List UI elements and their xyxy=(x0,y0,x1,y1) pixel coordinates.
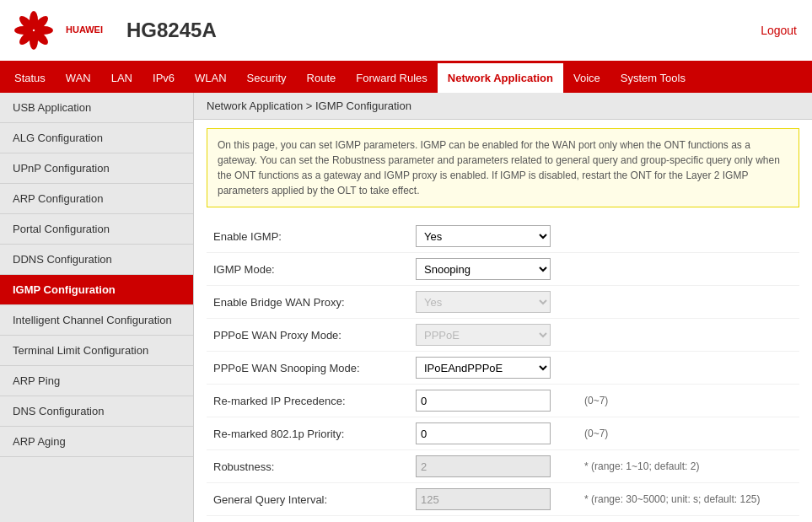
device-title: HG8245A xyxy=(126,19,754,42)
form-hint-5: (0~7) xyxy=(578,385,799,417)
form-label-5: Re-marked IP Precedence: xyxy=(207,385,409,417)
form-row-8: General Query Interval:* (range: 30~5000… xyxy=(207,483,799,516)
form-hint-2 xyxy=(578,286,799,319)
form-row-4: PPPoE WAN Snooping Mode:IPoEAndPPPoEIPoE… xyxy=(207,352,799,385)
huawei-logo xyxy=(8,5,59,56)
form-label-8: General Query Interval: xyxy=(207,483,409,516)
sidebar-item-igmp-configuration[interactable]: IGMP Configuration xyxy=(0,275,193,305)
form-input-cell-9 xyxy=(409,516,578,523)
form-input-cell-5 xyxy=(409,385,578,417)
nav-item-voice[interactable]: Voice xyxy=(563,63,610,93)
sidebar-item-arp-aging[interactable]: ARP Aging xyxy=(0,427,193,457)
logo-area: HUAWEI xyxy=(8,5,126,56)
form-row-5: Re-marked IP Precedence:(0~7) xyxy=(207,385,799,417)
sidebar-item-arp-configuration[interactable]: ARP Configuration xyxy=(0,184,193,214)
form-input-cell-0: YesNo xyxy=(409,220,578,253)
form-input-8 xyxy=(416,488,551,510)
form-area: Enable IGMP:YesNoIGMP Mode:SnoopingProxy… xyxy=(194,216,812,522)
sidebar-item-portal-configuration[interactable]: Portal Configuration xyxy=(0,214,193,245)
form-select-1[interactable]: SnoopingProxy xyxy=(416,258,551,280)
form-row-1: IGMP Mode:SnoopingProxy xyxy=(207,253,799,286)
sidebar-item-intelligent-channel-configuration[interactable]: Intelligent Channel Configuration xyxy=(0,305,193,336)
form-label-4: PPPoE WAN Snooping Mode: xyxy=(207,352,409,385)
form-hint-7: * (range: 1~10; default: 2) xyxy=(578,450,799,483)
sidebar-item-ddns-configuration[interactable]: DDNS Configuration xyxy=(0,245,193,275)
form-row-7: Robustness:* (range: 1~10; default: 2) xyxy=(207,450,799,483)
form-select-3: PPPoE xyxy=(416,324,551,346)
form-input-cell-6 xyxy=(409,417,578,450)
form-row-2: Enable Bridge WAN Proxy:YesNo xyxy=(207,286,799,319)
form-label-9: General Query Response Timeout Period: xyxy=(207,516,409,523)
navigation: StatusWANLANIPv6WLANSecurityRouteForward… xyxy=(0,63,812,93)
nav-item-network-application[interactable]: Network Application xyxy=(438,63,563,93)
nav-item-system-tools[interactable]: System Tools xyxy=(610,63,696,93)
form-input-cell-2: YesNo xyxy=(409,286,578,319)
form-hint-0 xyxy=(578,220,799,253)
sidebar-item-arp-ping[interactable]: ARP Ping xyxy=(0,366,193,396)
nav-item-lan[interactable]: LAN xyxy=(101,63,143,93)
form-label-0: Enable IGMP: xyxy=(207,220,409,253)
form-label-3: PPPoE WAN Proxy Mode: xyxy=(207,319,409,352)
nav-item-forward-rules[interactable]: Forward Rules xyxy=(346,63,438,93)
form-select-4[interactable]: IPoEAndPPPoEIPoEPPPoE xyxy=(416,357,551,379)
nav-item-wan[interactable]: WAN xyxy=(56,63,101,93)
info-box: On this page, you can set IGMP parameter… xyxy=(207,128,799,207)
form-hint-6: (0~7) xyxy=(578,417,799,450)
igmp-form: Enable IGMP:YesNoIGMP Mode:SnoopingProxy… xyxy=(207,220,799,522)
sidebar-item-usb-application[interactable]: USB Application xyxy=(0,93,193,123)
sidebar-item-dns-configuration[interactable]: DNS Configuration xyxy=(0,396,193,427)
nav-item-route[interactable]: Route xyxy=(297,63,347,93)
form-input-6[interactable] xyxy=(416,422,551,444)
form-hint-8: * (range: 30~5000; unit: s; default: 125… xyxy=(578,483,799,516)
breadcrumb: Network Application > IGMP Configuration xyxy=(194,93,812,120)
header: HUAWEI HG8245A Logout xyxy=(0,0,812,63)
form-input-cell-4: IPoEAndPPPoEIPoEPPPoE xyxy=(409,352,578,385)
form-input-cell-7 xyxy=(409,450,578,483)
form-input-5[interactable] xyxy=(416,390,551,412)
form-row-6: Re-marked 802.1p Priority:(0~7) xyxy=(207,417,799,450)
form-input-cell-1: SnoopingProxy xyxy=(409,253,578,286)
sidebar-item-alg-configuration[interactable]: ALG Configuration xyxy=(0,123,193,153)
content-area: Network Application > IGMP Configuration… xyxy=(194,93,812,522)
nav-item-wlan[interactable]: WLAN xyxy=(185,63,237,93)
form-label-7: Robustness: xyxy=(207,450,409,483)
sidebar-item-upnp-configuration[interactable]: UPnP Configuration xyxy=(0,153,193,184)
form-select-0[interactable]: YesNo xyxy=(416,225,551,247)
form-label-6: Re-marked 802.1p Priority: xyxy=(207,417,409,450)
form-hint-3 xyxy=(578,319,799,352)
form-row-9: General Query Response Timeout Period:* … xyxy=(207,516,799,523)
form-input-7 xyxy=(416,455,551,477)
sidebar: USB ApplicationALG ConfigurationUPnP Con… xyxy=(0,93,194,522)
form-select-2: YesNo xyxy=(416,291,551,313)
form-row-0: Enable IGMP:YesNo xyxy=(207,220,799,253)
form-hint-9: * (range: 1~255; unit: 0.1s; default: 10… xyxy=(578,516,799,523)
logout-button[interactable]: Logout xyxy=(754,20,804,40)
nav-item-security[interactable]: Security xyxy=(237,63,297,93)
form-row-3: PPPoE WAN Proxy Mode:PPPoE xyxy=(207,319,799,352)
form-label-1: IGMP Mode: xyxy=(207,253,409,286)
form-hint-1 xyxy=(578,253,799,286)
main-layout: USB ApplicationALG ConfigurationUPnP Con… xyxy=(0,93,812,522)
form-input-cell-3: PPPoE xyxy=(409,319,578,352)
nav-item-status[interactable]: Status xyxy=(4,63,56,93)
form-hint-4 xyxy=(578,352,799,385)
form-label-2: Enable Bridge WAN Proxy: xyxy=(207,286,409,319)
sidebar-item-terminal-limit-configuration[interactable]: Terminal Limit Configuration xyxy=(0,336,193,366)
form-input-cell-8 xyxy=(409,483,578,516)
nav-item-ipv6[interactable]: IPv6 xyxy=(143,63,185,93)
brand-name: HUAWEI xyxy=(66,24,103,35)
